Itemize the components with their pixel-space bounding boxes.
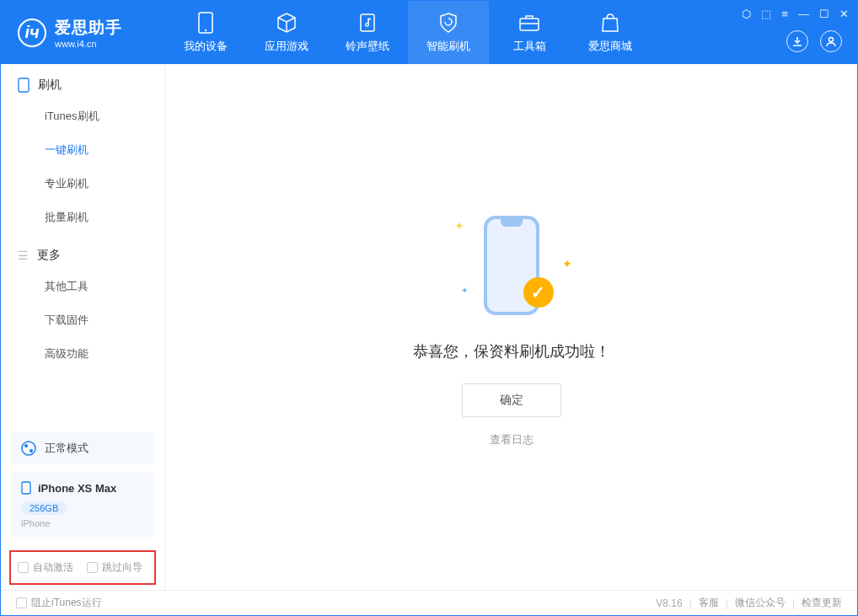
sidebar-section-flash: 刷机 bbox=[1, 64, 164, 99]
svg-point-9 bbox=[29, 449, 33, 453]
svg-rect-2 bbox=[361, 14, 374, 31]
tab-apps-games[interactable]: 应用游戏 bbox=[246, 1, 327, 64]
checkbox-icon bbox=[18, 562, 29, 573]
checkbox-icon bbox=[87, 562, 98, 573]
sparkle-icon: ✦ bbox=[454, 219, 464, 233]
checkbox-skip-guide[interactable]: 跳过向导 bbox=[87, 560, 142, 575]
section-label: 更多 bbox=[37, 248, 61, 263]
svg-point-1 bbox=[205, 29, 206, 30]
status-icon bbox=[21, 441, 36, 456]
minimize-button[interactable]: — bbox=[798, 8, 809, 20]
nav-tabs: 我的设备 应用游戏 铃声壁纸 智能刷机 工具箱 爱思商城 bbox=[165, 1, 651, 64]
support-link[interactable]: 客服 bbox=[699, 596, 719, 610]
maximize-button[interactable]: ☐ bbox=[819, 8, 829, 20]
tab-my-device[interactable]: 我的设备 bbox=[165, 1, 246, 64]
sidebar-section-more: ☰ 更多 bbox=[1, 234, 164, 270]
tab-label: 铃声壁纸 bbox=[346, 39, 389, 54]
app-header: iч 爱思助手 www.i4.cn 我的设备 应用游戏 铃声壁纸 智能刷机 工具… bbox=[1, 1, 857, 64]
svg-rect-4 bbox=[520, 19, 539, 30]
toolbox-icon bbox=[518, 12, 540, 34]
app-url: www.i4.cn bbox=[55, 39, 122, 49]
status-text: 正常模式 bbox=[45, 441, 88, 456]
footer-right: V8.16 | 客服 | 微信公众号 | 检查更新 bbox=[656, 596, 842, 610]
sidebar-item-advanced[interactable]: 高级功能 bbox=[1, 337, 164, 371]
device-capacity: 256GB bbox=[21, 501, 67, 515]
shirt-icon[interactable]: ⬡ bbox=[742, 8, 751, 20]
sparkle-icon: ✦ bbox=[461, 286, 468, 295]
close-button[interactable]: ✕ bbox=[839, 8, 849, 20]
main-content: ✦ ✦ ✦ ✓ 恭喜您，保资料刷机成功啦！ 确定 查看日志 bbox=[165, 64, 857, 590]
download-button[interactable] bbox=[786, 30, 808, 52]
highlighted-options: 自动激活 跳过向导 bbox=[9, 550, 156, 585]
bag-icon bbox=[599, 12, 621, 34]
sidebar-item-download-fw[interactable]: 下载固件 bbox=[1, 303, 164, 337]
lock-icon[interactable]: ⬚ bbox=[761, 8, 771, 20]
checkbox-label: 跳过向导 bbox=[102, 560, 142, 575]
shield-icon bbox=[437, 12, 459, 34]
tab-smart-flash[interactable]: 智能刷机 bbox=[408, 1, 489, 64]
app-logo-icon: iч bbox=[18, 19, 46, 47]
tab-label: 智能刷机 bbox=[426, 39, 470, 54]
device-type: iPhone bbox=[21, 518, 144, 528]
checkbox-label: 自动激活 bbox=[33, 560, 73, 575]
phone-small-icon bbox=[21, 481, 31, 495]
checkbox-auto-activate[interactable]: 自动激活 bbox=[18, 560, 73, 575]
app-title: 爱思助手 bbox=[55, 17, 122, 39]
tab-ringtones[interactable]: 铃声壁纸 bbox=[327, 1, 408, 64]
tab-label: 我的设备 bbox=[184, 39, 228, 54]
logo-text: 爱思助手 www.i4.cn bbox=[55, 17, 122, 49]
section-label: 刷机 bbox=[38, 78, 62, 93]
device-card[interactable]: iPhone XS Max 256GB iPhone bbox=[11, 473, 154, 537]
device-icon bbox=[18, 78, 29, 93]
phone-icon bbox=[195, 12, 217, 34]
user-button[interactable] bbox=[820, 30, 842, 52]
svg-point-7 bbox=[22, 442, 35, 455]
success-illustration: ✦ ✦ ✦ ✓ bbox=[444, 206, 579, 324]
cube-icon bbox=[276, 12, 298, 34]
tab-label: 爱思商城 bbox=[588, 39, 632, 54]
version-label: V8.16 bbox=[656, 597, 682, 609]
status-bar: 阻止iTunes运行 V8.16 | 客服 | 微信公众号 | 检查更新 bbox=[1, 590, 857, 615]
svg-point-5 bbox=[829, 38, 834, 42]
svg-point-3 bbox=[366, 23, 369, 26]
checkbox-icon bbox=[16, 597, 27, 608]
sparkle-icon: ✦ bbox=[562, 257, 572, 271]
svg-rect-10 bbox=[22, 482, 30, 494]
logo-area: iч 爱思助手 www.i4.cn bbox=[1, 17, 165, 49]
svg-point-8 bbox=[24, 444, 28, 447]
svg-rect-6 bbox=[19, 78, 29, 92]
device-mode-status[interactable]: 正常模式 bbox=[11, 432, 154, 464]
success-message: 恭喜您，保资料刷机成功啦！ bbox=[413, 341, 610, 362]
footer-left: 阻止iTunes运行 bbox=[16, 596, 102, 610]
menu-icon[interactable]: ≡ bbox=[781, 8, 788, 20]
checkbox-block-itunes[interactable]: 阻止iTunes运行 bbox=[16, 596, 102, 610]
check-update-link[interactable]: 检查更新 bbox=[802, 596, 842, 610]
header-action-circles bbox=[786, 30, 842, 52]
tab-store[interactable]: 爱思商城 bbox=[570, 1, 651, 64]
sidebar-item-pro-flash[interactable]: 专业刷机 bbox=[1, 167, 164, 201]
sidebar-item-other-tools[interactable]: 其他工具 bbox=[1, 270, 164, 303]
list-icon: ☰ bbox=[18, 249, 29, 262]
tab-label: 工具箱 bbox=[513, 39, 546, 54]
sidebar-item-batch-flash[interactable]: 批量刷机 bbox=[1, 201, 164, 234]
checkbox-label: 阻止iTunes运行 bbox=[31, 596, 102, 610]
window-controls: ⬡ ⬚ ≡ — ☐ ✕ bbox=[742, 8, 849, 20]
sidebar-item-one-key-flash[interactable]: 一键刷机 bbox=[1, 133, 164, 167]
device-name-row: iPhone XS Max bbox=[21, 481, 144, 495]
tab-label: 应用游戏 bbox=[265, 39, 308, 54]
music-icon bbox=[357, 12, 378, 34]
view-log-link[interactable]: 查看日志 bbox=[490, 432, 534, 447]
device-name-text: iPhone XS Max bbox=[38, 482, 116, 495]
tab-toolbox[interactable]: 工具箱 bbox=[489, 1, 570, 64]
ok-button[interactable]: 确定 bbox=[462, 383, 561, 417]
sidebar: 刷机 iTunes刷机 一键刷机 专业刷机 批量刷机 ☰ 更多 其他工具 下载固… bbox=[1, 64, 165, 590]
sidebar-item-itunes-flash[interactable]: iTunes刷机 bbox=[1, 99, 164, 133]
check-badge-icon: ✓ bbox=[523, 277, 554, 308]
wechat-link[interactable]: 微信公众号 bbox=[735, 596, 786, 610]
